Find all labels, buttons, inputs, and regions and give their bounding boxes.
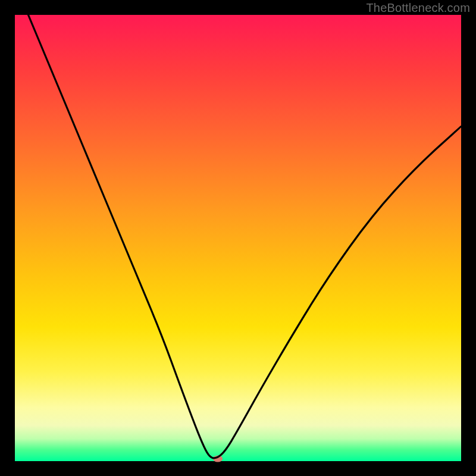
curve-svg: [15, 15, 461, 461]
bottleneck-curve: [29, 15, 462, 458]
chart-frame: TheBottleneck.com: [0, 0, 476, 476]
plot-area: [15, 15, 461, 461]
watermark-text: TheBottleneck.com: [366, 1, 470, 15]
